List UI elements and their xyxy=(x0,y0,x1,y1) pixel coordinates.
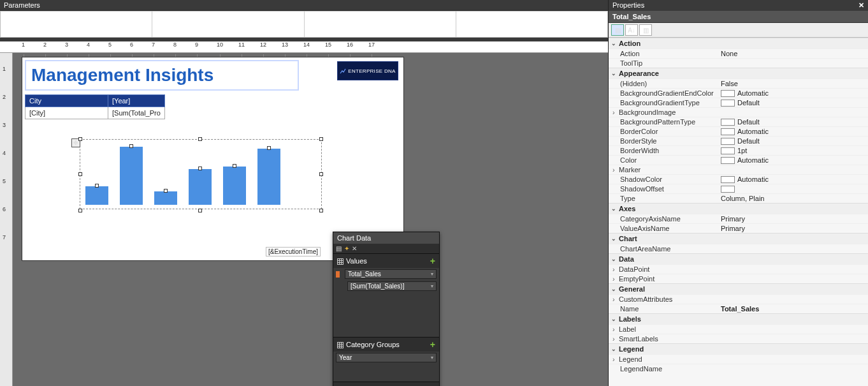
chevron-down-icon[interactable]: ⌄ xyxy=(611,346,619,352)
series-section-header[interactable]: Series Groups + xyxy=(333,382,439,386)
property-value[interactable] xyxy=(721,355,868,363)
color-swatch[interactable] xyxy=(721,128,735,135)
chart-data-toolbar[interactable]: ▤ ✦ ✕ xyxy=(333,244,439,253)
property-row[interactable]: BackgroundPatternTypeDefault xyxy=(609,117,868,126)
property-row[interactable]: BackgroundGradientTypeDefault xyxy=(609,98,868,107)
property-value[interactable] xyxy=(721,59,868,67)
param-cell[interactable] xyxy=(1,11,152,37)
property-category[interactable]: ⌄Labels xyxy=(609,313,868,324)
chart-bar[interactable] xyxy=(85,186,108,205)
property-row[interactable]: ›Legend xyxy=(609,354,868,364)
property-value[interactable]: Default xyxy=(721,118,868,126)
property-row[interactable]: ›DataPoint xyxy=(609,264,868,274)
series-handle[interactable] xyxy=(267,146,271,150)
chevron-down-icon[interactable]: ⌄ xyxy=(611,256,619,262)
property-value[interactable] xyxy=(721,185,868,193)
property-category[interactable]: ⌄Axes xyxy=(609,203,868,214)
property-row[interactable]: ChartAreaName xyxy=(609,244,868,253)
values-section-header[interactable]: Values + xyxy=(333,253,439,268)
property-value[interactable]: 1pt xyxy=(721,147,868,154)
property-row[interactable]: CategoryAxisNamePrimary xyxy=(609,214,868,223)
tablix-cell[interactable]: [Sum(Total_Pro xyxy=(108,107,165,119)
report-body[interactable]: Management Insights ENTERPRISE DNA City … xyxy=(22,57,404,261)
property-row[interactable]: ValueAxisNamePrimary xyxy=(609,223,868,233)
property-value[interactable] xyxy=(721,275,868,283)
properties-object-name[interactable]: Total_Sales xyxy=(609,11,868,23)
property-value[interactable]: Default xyxy=(721,137,868,145)
chart-bar[interactable] xyxy=(223,167,246,205)
property-row[interactable]: ColorAutomatic xyxy=(609,155,868,165)
selection-handle[interactable] xyxy=(319,172,323,176)
report-title[interactable]: Management Insights xyxy=(25,60,299,91)
color-swatch[interactable] xyxy=(721,119,735,126)
color-swatch[interactable] xyxy=(721,186,735,193)
series-handle[interactable] xyxy=(129,144,133,148)
chart-bar[interactable] xyxy=(189,169,212,205)
property-row[interactable]: BorderWidth1pt xyxy=(609,145,868,155)
property-row[interactable]: ›EmptyPoint xyxy=(609,274,868,283)
property-row[interactable]: ShadowOffset xyxy=(609,184,868,193)
color-swatch[interactable] xyxy=(721,100,735,107)
property-row[interactable]: LegendName xyxy=(609,364,868,373)
color-swatch[interactable] xyxy=(721,138,735,145)
property-row[interactable]: ToolTip xyxy=(609,58,868,68)
series-handle[interactable] xyxy=(95,184,99,188)
property-value[interactable]: None xyxy=(721,50,868,57)
param-cell[interactable] xyxy=(456,11,607,37)
property-value[interactable] xyxy=(721,325,868,333)
property-category[interactable]: ⌄Appearance xyxy=(609,68,868,78)
property-category[interactable]: ⌄Chart xyxy=(609,233,868,244)
design-surface[interactable]: Management Insights ENTERPRISE DNA City … xyxy=(13,53,608,386)
add-value-button[interactable]: + xyxy=(430,256,435,266)
property-value[interactable] xyxy=(721,365,868,373)
property-value[interactable]: Automatic xyxy=(721,89,868,97)
property-row[interactable]: BorderStyleDefault xyxy=(609,136,868,145)
property-value[interactable]: Automatic xyxy=(721,175,868,183)
chevron-down-icon[interactable]: ⌄ xyxy=(611,70,619,77)
property-value[interactable] xyxy=(721,265,868,273)
selection-handle[interactable] xyxy=(78,137,82,141)
chevron-down-icon[interactable]: ▾ xyxy=(431,271,433,277)
edit-icon[interactable]: ✦ xyxy=(344,245,349,252)
property-row[interactable]: ›Label xyxy=(609,324,868,334)
color-swatch[interactable] xyxy=(721,176,735,183)
chevron-down-icon[interactable]: ⌄ xyxy=(611,286,619,292)
selection-handle[interactable] xyxy=(78,172,82,176)
property-row[interactable]: NameTotal_Sales xyxy=(609,304,868,313)
selection-handle[interactable] xyxy=(319,209,323,212)
property-row[interactable]: ›CustomAttributes xyxy=(609,294,868,304)
color-swatch[interactable] xyxy=(721,157,735,164)
tablix-cell[interactable]: [City] xyxy=(25,107,108,119)
property-value[interactable] xyxy=(721,166,868,174)
property-value[interactable]: Default xyxy=(721,99,868,107)
chevron-down-icon[interactable]: ⌄ xyxy=(611,40,619,47)
property-value[interactable]: Total_Sales xyxy=(721,305,868,313)
parameters-grid[interactable] xyxy=(0,11,608,38)
new-icon[interactable]: ▤ xyxy=(336,245,342,252)
property-value[interactable] xyxy=(721,108,868,116)
chevron-down-icon[interactable]: ⌄ xyxy=(611,205,619,212)
param-cell[interactable] xyxy=(152,11,304,37)
properties-toolbar[interactable]: ▤ A↓ ▥ xyxy=(609,23,868,38)
category-section-header[interactable]: Category Groups + xyxy=(333,337,439,352)
chart-bar[interactable] xyxy=(154,191,177,205)
chart-bar[interactable] xyxy=(257,149,280,205)
property-row[interactable]: ActionNone xyxy=(609,48,868,58)
property-grid[interactable]: ⌄ActionActionNoneToolTip⌄Appearance(Hidd… xyxy=(609,38,868,386)
property-value[interactable] xyxy=(721,295,868,303)
selection-handle[interactable] xyxy=(198,137,202,141)
property-pages-button[interactable]: ▥ xyxy=(639,24,652,36)
category-item[interactable]: Year▾ xyxy=(333,352,439,364)
property-row[interactable]: ›Marker xyxy=(609,165,868,174)
selection-handle[interactable] xyxy=(319,137,323,141)
property-category[interactable]: ⌄Action xyxy=(609,38,868,48)
color-swatch[interactable] xyxy=(721,90,735,97)
value-expression[interactable]: [Sum(Total_Sales)]▾ xyxy=(333,280,439,292)
alphabetical-view-button[interactable]: A↓ xyxy=(625,24,638,36)
property-value[interactable]: Automatic xyxy=(721,156,868,164)
selection-handle[interactable] xyxy=(78,209,82,212)
property-row[interactable]: ShadowColorAutomatic xyxy=(609,174,868,184)
chart-bar[interactable] xyxy=(120,147,143,205)
series-handle[interactable] xyxy=(233,164,236,168)
property-value[interactable]: False xyxy=(721,80,868,87)
